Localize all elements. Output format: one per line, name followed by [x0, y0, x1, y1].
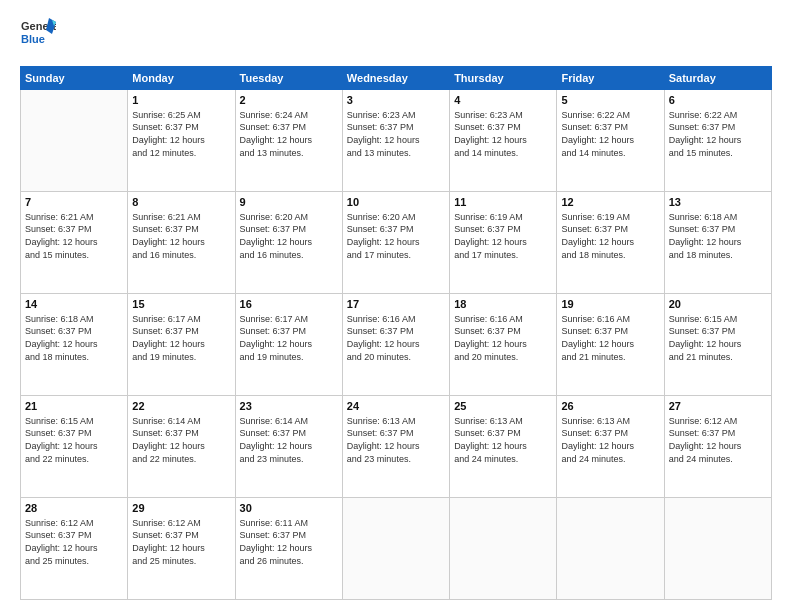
day-info: Sunrise: 6:21 AM Sunset: 6:37 PM Dayligh… — [25, 211, 123, 261]
day-info: Sunrise: 6:18 AM Sunset: 6:37 PM Dayligh… — [669, 211, 767, 261]
day-number: 15 — [132, 297, 230, 312]
week-row-1: 1Sunrise: 6:25 AM Sunset: 6:37 PM Daylig… — [21, 90, 772, 192]
day-number: 30 — [240, 501, 338, 516]
day-info: Sunrise: 6:13 AM Sunset: 6:37 PM Dayligh… — [454, 415, 552, 465]
calendar-cell: 24Sunrise: 6:13 AM Sunset: 6:37 PM Dayli… — [342, 396, 449, 498]
day-number: 21 — [25, 399, 123, 414]
day-number: 8 — [132, 195, 230, 210]
calendar-table: SundayMondayTuesdayWednesdayThursdayFrid… — [20, 66, 772, 600]
svg-text:Blue: Blue — [21, 33, 45, 45]
day-info: Sunrise: 6:17 AM Sunset: 6:37 PM Dayligh… — [240, 313, 338, 363]
day-header-thursday: Thursday — [450, 67, 557, 90]
day-info: Sunrise: 6:11 AM Sunset: 6:37 PM Dayligh… — [240, 517, 338, 567]
calendar-cell: 8Sunrise: 6:21 AM Sunset: 6:37 PM Daylig… — [128, 192, 235, 294]
calendar-cell — [21, 90, 128, 192]
calendar-cell: 17Sunrise: 6:16 AM Sunset: 6:37 PM Dayli… — [342, 294, 449, 396]
calendar-cell: 6Sunrise: 6:22 AM Sunset: 6:37 PM Daylig… — [664, 90, 771, 192]
day-info: Sunrise: 6:13 AM Sunset: 6:37 PM Dayligh… — [347, 415, 445, 465]
logo-svg: General Blue — [20, 16, 56, 56]
calendar-body: 1Sunrise: 6:25 AM Sunset: 6:37 PM Daylig… — [21, 90, 772, 600]
calendar-cell: 15Sunrise: 6:17 AM Sunset: 6:37 PM Dayli… — [128, 294, 235, 396]
calendar-cell: 2Sunrise: 6:24 AM Sunset: 6:37 PM Daylig… — [235, 90, 342, 192]
calendar-cell — [342, 498, 449, 600]
day-info: Sunrise: 6:22 AM Sunset: 6:37 PM Dayligh… — [669, 109, 767, 159]
day-info: Sunrise: 6:16 AM Sunset: 6:37 PM Dayligh… — [561, 313, 659, 363]
day-info: Sunrise: 6:22 AM Sunset: 6:37 PM Dayligh… — [561, 109, 659, 159]
calendar-cell: 30Sunrise: 6:11 AM Sunset: 6:37 PM Dayli… — [235, 498, 342, 600]
day-header-friday: Friday — [557, 67, 664, 90]
day-info: Sunrise: 6:17 AM Sunset: 6:37 PM Dayligh… — [132, 313, 230, 363]
day-info: Sunrise: 6:25 AM Sunset: 6:37 PM Dayligh… — [132, 109, 230, 159]
calendar-cell: 11Sunrise: 6:19 AM Sunset: 6:37 PM Dayli… — [450, 192, 557, 294]
day-headers-row: SundayMondayTuesdayWednesdayThursdayFrid… — [21, 67, 772, 90]
calendar-cell: 22Sunrise: 6:14 AM Sunset: 6:37 PM Dayli… — [128, 396, 235, 498]
day-info: Sunrise: 6:14 AM Sunset: 6:37 PM Dayligh… — [132, 415, 230, 465]
day-number: 20 — [669, 297, 767, 312]
day-number: 19 — [561, 297, 659, 312]
calendar-cell: 19Sunrise: 6:16 AM Sunset: 6:37 PM Dayli… — [557, 294, 664, 396]
calendar-cell: 21Sunrise: 6:15 AM Sunset: 6:37 PM Dayli… — [21, 396, 128, 498]
week-row-2: 7Sunrise: 6:21 AM Sunset: 6:37 PM Daylig… — [21, 192, 772, 294]
day-number: 1 — [132, 93, 230, 108]
day-info: Sunrise: 6:20 AM Sunset: 6:37 PM Dayligh… — [240, 211, 338, 261]
day-info: Sunrise: 6:16 AM Sunset: 6:37 PM Dayligh… — [347, 313, 445, 363]
calendar-cell: 16Sunrise: 6:17 AM Sunset: 6:37 PM Dayli… — [235, 294, 342, 396]
calendar-cell: 23Sunrise: 6:14 AM Sunset: 6:37 PM Dayli… — [235, 396, 342, 498]
day-number: 22 — [132, 399, 230, 414]
calendar-cell: 9Sunrise: 6:20 AM Sunset: 6:37 PM Daylig… — [235, 192, 342, 294]
day-info: Sunrise: 6:12 AM Sunset: 6:37 PM Dayligh… — [25, 517, 123, 567]
day-header-tuesday: Tuesday — [235, 67, 342, 90]
day-number: 25 — [454, 399, 552, 414]
day-info: Sunrise: 6:14 AM Sunset: 6:37 PM Dayligh… — [240, 415, 338, 465]
week-row-5: 28Sunrise: 6:12 AM Sunset: 6:37 PM Dayli… — [21, 498, 772, 600]
calendar-header: SundayMondayTuesdayWednesdayThursdayFrid… — [21, 67, 772, 90]
day-header-wednesday: Wednesday — [342, 67, 449, 90]
calendar-cell — [450, 498, 557, 600]
day-info: Sunrise: 6:13 AM Sunset: 6:37 PM Dayligh… — [561, 415, 659, 465]
day-number: 5 — [561, 93, 659, 108]
day-number: 17 — [347, 297, 445, 312]
day-info: Sunrise: 6:16 AM Sunset: 6:37 PM Dayligh… — [454, 313, 552, 363]
calendar-cell: 1Sunrise: 6:25 AM Sunset: 6:37 PM Daylig… — [128, 90, 235, 192]
day-header-monday: Monday — [128, 67, 235, 90]
day-number: 7 — [25, 195, 123, 210]
day-number: 23 — [240, 399, 338, 414]
day-number: 2 — [240, 93, 338, 108]
calendar-cell: 25Sunrise: 6:13 AM Sunset: 6:37 PM Dayli… — [450, 396, 557, 498]
day-number: 10 — [347, 195, 445, 210]
calendar-cell: 7Sunrise: 6:21 AM Sunset: 6:37 PM Daylig… — [21, 192, 128, 294]
day-header-sunday: Sunday — [21, 67, 128, 90]
page-header: General Blue — [20, 16, 772, 56]
day-info: Sunrise: 6:12 AM Sunset: 6:37 PM Dayligh… — [669, 415, 767, 465]
calendar-cell: 10Sunrise: 6:20 AM Sunset: 6:37 PM Dayli… — [342, 192, 449, 294]
day-number: 18 — [454, 297, 552, 312]
day-info: Sunrise: 6:19 AM Sunset: 6:37 PM Dayligh… — [454, 211, 552, 261]
day-info: Sunrise: 6:23 AM Sunset: 6:37 PM Dayligh… — [347, 109, 445, 159]
calendar-cell: 18Sunrise: 6:16 AM Sunset: 6:37 PM Dayli… — [450, 294, 557, 396]
day-number: 14 — [25, 297, 123, 312]
day-info: Sunrise: 6:15 AM Sunset: 6:37 PM Dayligh… — [669, 313, 767, 363]
day-number: 29 — [132, 501, 230, 516]
day-info: Sunrise: 6:23 AM Sunset: 6:37 PM Dayligh… — [454, 109, 552, 159]
day-info: Sunrise: 6:19 AM Sunset: 6:37 PM Dayligh… — [561, 211, 659, 261]
day-number: 16 — [240, 297, 338, 312]
calendar-cell: 20Sunrise: 6:15 AM Sunset: 6:37 PM Dayli… — [664, 294, 771, 396]
day-info: Sunrise: 6:18 AM Sunset: 6:37 PM Dayligh… — [25, 313, 123, 363]
week-row-4: 21Sunrise: 6:15 AM Sunset: 6:37 PM Dayli… — [21, 396, 772, 498]
calendar-cell — [664, 498, 771, 600]
day-number: 3 — [347, 93, 445, 108]
calendar-cell: 26Sunrise: 6:13 AM Sunset: 6:37 PM Dayli… — [557, 396, 664, 498]
calendar-cell: 29Sunrise: 6:12 AM Sunset: 6:37 PM Dayli… — [128, 498, 235, 600]
day-header-saturday: Saturday — [664, 67, 771, 90]
calendar-cell: 3Sunrise: 6:23 AM Sunset: 6:37 PM Daylig… — [342, 90, 449, 192]
day-number: 26 — [561, 399, 659, 414]
calendar-cell: 28Sunrise: 6:12 AM Sunset: 6:37 PM Dayli… — [21, 498, 128, 600]
calendar-cell: 12Sunrise: 6:19 AM Sunset: 6:37 PM Dayli… — [557, 192, 664, 294]
day-info: Sunrise: 6:24 AM Sunset: 6:37 PM Dayligh… — [240, 109, 338, 159]
calendar-cell: 14Sunrise: 6:18 AM Sunset: 6:37 PM Dayli… — [21, 294, 128, 396]
day-info: Sunrise: 6:15 AM Sunset: 6:37 PM Dayligh… — [25, 415, 123, 465]
calendar-cell: 5Sunrise: 6:22 AM Sunset: 6:37 PM Daylig… — [557, 90, 664, 192]
day-number: 11 — [454, 195, 552, 210]
day-info: Sunrise: 6:12 AM Sunset: 6:37 PM Dayligh… — [132, 517, 230, 567]
day-number: 24 — [347, 399, 445, 414]
